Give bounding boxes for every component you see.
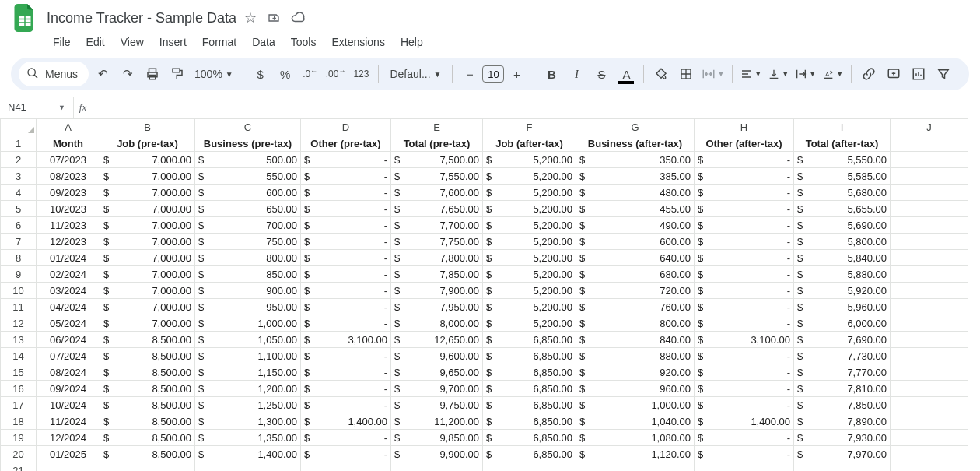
- cell[interactable]: $5,690.00: [794, 217, 891, 234]
- cell[interactable]: $1,050.00: [195, 332, 301, 348]
- cell[interactable]: $640.00: [576, 250, 695, 266]
- cell[interactable]: $800.00: [195, 250, 301, 266]
- cell[interactable]: $-: [695, 381, 794, 397]
- cell[interactable]: [301, 462, 391, 472]
- col-header-J[interactable]: J: [891, 119, 968, 135]
- cell[interactable]: $7,970.00: [794, 446, 891, 462]
- cell[interactable]: $5,800.00: [794, 234, 891, 250]
- increase-decimal-button[interactable]: .00→: [324, 63, 348, 85]
- row-header[interactable]: 15: [1, 364, 37, 381]
- cell[interactable]: $1,040.00: [576, 413, 695, 430]
- redo-button[interactable]: ↷: [117, 63, 138, 85]
- cell[interactable]: [695, 462, 794, 472]
- cell[interactable]: 02/2024: [37, 266, 100, 283]
- row-header[interactable]: 18: [1, 413, 37, 430]
- cell[interactable]: $880.00: [576, 348, 695, 364]
- sheets-logo[interactable]: [11, 4, 39, 32]
- cell[interactable]: $6,850.00: [483, 397, 576, 413]
- cell[interactable]: $5,960.00: [794, 299, 891, 315]
- cell[interactable]: $650.00: [195, 201, 301, 217]
- cell[interactable]: $-: [301, 348, 391, 364]
- cell[interactable]: [391, 462, 483, 472]
- cell[interactable]: $680.00: [576, 266, 695, 283]
- menu-help[interactable]: Help: [394, 33, 429, 51]
- cell[interactable]: $9,750.00: [391, 397, 483, 413]
- menu-edit[interactable]: Edit: [80, 33, 111, 51]
- cell[interactable]: $6,850.00: [483, 348, 576, 364]
- cell[interactable]: $7,550.00: [391, 168, 483, 185]
- cell[interactable]: $7,000.00: [100, 315, 195, 332]
- percent-button[interactable]: %: [275, 63, 296, 85]
- cell[interactable]: $490.00: [576, 217, 695, 234]
- cell[interactable]: $7,690.00: [794, 332, 891, 348]
- cell[interactable]: $-: [301, 283, 391, 299]
- more-formats-button[interactable]: 123: [350, 63, 372, 85]
- cell[interactable]: 01/2025: [37, 446, 100, 462]
- cell[interactable]: $7,000.00: [100, 201, 195, 217]
- cell[interactable]: $7,600.00: [391, 185, 483, 201]
- cell[interactable]: $9,850.00: [391, 430, 483, 446]
- cell[interactable]: $7,000.00: [100, 234, 195, 250]
- cell[interactable]: $7,850.00: [794, 397, 891, 413]
- cell[interactable]: $9,700.00: [391, 381, 483, 397]
- cell[interactable]: $-: [695, 152, 794, 168]
- cell[interactable]: $-: [695, 315, 794, 332]
- cell[interactable]: $-: [695, 348, 794, 364]
- cell[interactable]: [891, 168, 968, 185]
- cell[interactable]: [891, 152, 968, 168]
- print-button[interactable]: [142, 63, 163, 85]
- menu-extensions[interactable]: Extensions: [325, 33, 390, 51]
- cell[interactable]: 12/2024: [37, 430, 100, 446]
- wrap-button[interactable]: ▼: [793, 63, 817, 85]
- cell[interactable]: $-: [301, 364, 391, 381]
- cell[interactable]: $600.00: [195, 185, 301, 201]
- col-header-H[interactable]: H: [695, 119, 794, 135]
- font-size-input[interactable]: 10: [482, 65, 504, 83]
- cell[interactable]: $8,500.00: [100, 446, 195, 462]
- cell[interactable]: $7,000.00: [100, 168, 195, 185]
- cell[interactable]: $1,150.00: [195, 364, 301, 381]
- cell[interactable]: [891, 299, 968, 315]
- cell[interactable]: [891, 185, 968, 201]
- row-header[interactable]: 12: [1, 315, 37, 332]
- cell[interactable]: $7,000.00: [100, 266, 195, 283]
- undo-button[interactable]: ↶: [92, 63, 114, 85]
- cell[interactable]: [37, 462, 100, 472]
- cell[interactable]: $5,840.00: [794, 250, 891, 266]
- cell[interactable]: 10/2023: [37, 201, 100, 217]
- cell[interactable]: $5,880.00: [794, 266, 891, 283]
- valign-button[interactable]: ▼: [766, 63, 790, 85]
- cell[interactable]: $5,200.00: [483, 185, 576, 201]
- cell[interactable]: $-: [695, 168, 794, 185]
- cell[interactable]: $1,400.00: [195, 446, 301, 462]
- cell[interactable]: 07/2024: [37, 348, 100, 364]
- filter-button[interactable]: [933, 63, 954, 85]
- cell[interactable]: 06/2024: [37, 332, 100, 348]
- cell[interactable]: [891, 201, 968, 217]
- cell[interactable]: $-: [301, 266, 391, 283]
- cell[interactable]: $-: [695, 201, 794, 217]
- cell[interactable]: $840.00: [576, 332, 695, 348]
- cloud-icon[interactable]: [291, 9, 305, 26]
- decrease-font-button[interactable]: −: [459, 63, 481, 85]
- cell[interactable]: $7,000.00: [100, 250, 195, 266]
- select-all-corner[interactable]: [1, 119, 37, 135]
- row-header[interactable]: 20: [1, 446, 37, 462]
- menu-data[interactable]: Data: [246, 33, 282, 51]
- italic-button[interactable]: I: [565, 63, 587, 85]
- row-header[interactable]: 16: [1, 381, 37, 397]
- cell[interactable]: $920.00: [576, 364, 695, 381]
- cell[interactable]: Job (pre-tax): [100, 135, 195, 152]
- row-header[interactable]: 14: [1, 348, 37, 364]
- cell[interactable]: [891, 430, 968, 446]
- row-header[interactable]: 10: [1, 283, 37, 299]
- halign-button[interactable]: ▼: [739, 63, 763, 85]
- cell[interactable]: $7,810.00: [794, 381, 891, 397]
- cell[interactable]: $7,000.00: [100, 217, 195, 234]
- cell[interactable]: [891, 250, 968, 266]
- col-header-C[interactable]: C: [195, 119, 301, 135]
- cell[interactable]: $-: [301, 217, 391, 234]
- cell[interactable]: $5,920.00: [794, 283, 891, 299]
- cell[interactable]: $6,850.00: [483, 446, 576, 462]
- cell[interactable]: $-: [301, 201, 391, 217]
